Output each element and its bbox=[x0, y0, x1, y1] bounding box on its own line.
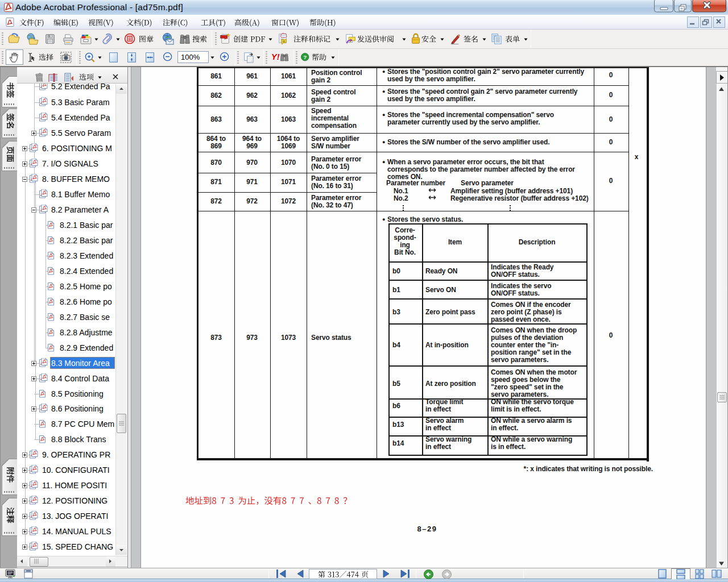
svg-text:?: ? bbox=[303, 54, 307, 60]
